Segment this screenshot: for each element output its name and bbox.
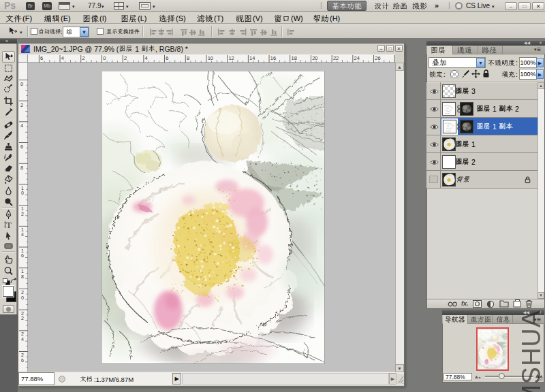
svg-text:2: 2 xyxy=(82,55,85,61)
svg-text:6: 6 xyxy=(40,55,43,61)
svg-text:4: 4 xyxy=(21,232,24,237)
svg-text:12: 12 xyxy=(228,55,234,61)
svg-text:1: 1 xyxy=(21,269,24,274)
svg-text:1: 1 xyxy=(21,186,24,191)
svg-text:14: 14 xyxy=(249,55,255,61)
svg-text:4: 4 xyxy=(20,122,23,129)
svg-text:4: 4 xyxy=(145,55,148,61)
svg-text:26: 26 xyxy=(375,55,380,61)
svg-text:2: 2 xyxy=(124,55,127,61)
svg-text:2: 2 xyxy=(21,212,24,216)
svg-text:8: 8 xyxy=(187,55,189,61)
svg-text:22: 22 xyxy=(333,55,339,61)
svg-text:10: 10 xyxy=(208,55,213,61)
svg-text:6: 6 xyxy=(20,144,23,150)
svg-text:8: 8 xyxy=(21,274,24,279)
svg-text:20: 20 xyxy=(312,55,317,61)
svg-text:2: 2 xyxy=(21,290,24,295)
svg-text:8: 8 xyxy=(20,165,23,171)
svg-text:0: 0 xyxy=(20,81,23,87)
svg-text:T: T xyxy=(6,220,12,230)
svg-text:16: 16 xyxy=(270,55,276,61)
svg-text:4: 4 xyxy=(21,337,24,342)
svg-text:1: 1 xyxy=(21,227,24,232)
svg-text:0: 0 xyxy=(103,55,106,61)
svg-text:1: 1 xyxy=(21,206,24,211)
svg-text:2: 2 xyxy=(21,331,24,336)
svg-text:0: 0 xyxy=(21,191,24,195)
svg-text:4: 4 xyxy=(61,55,64,61)
svg-text:6: 6 xyxy=(21,358,24,363)
svg-text:2: 2 xyxy=(21,316,24,321)
svg-text:18: 18 xyxy=(292,55,297,61)
svg-text:2: 2 xyxy=(21,311,24,316)
svg-text:1: 1 xyxy=(21,248,24,253)
svg-text:2: 2 xyxy=(20,102,23,108)
svg-text:24: 24 xyxy=(354,55,360,61)
svg-text:0: 0 xyxy=(21,295,24,300)
svg-text:6: 6 xyxy=(21,253,24,258)
svg-text:2: 2 xyxy=(21,353,24,357)
svg-text:6: 6 xyxy=(166,55,168,61)
